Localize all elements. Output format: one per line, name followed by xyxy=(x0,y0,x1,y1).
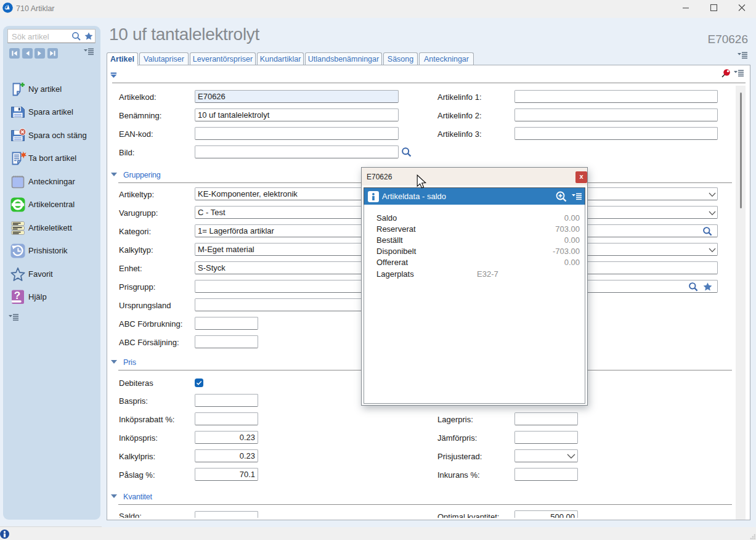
svg-text:?: ? xyxy=(14,290,20,301)
